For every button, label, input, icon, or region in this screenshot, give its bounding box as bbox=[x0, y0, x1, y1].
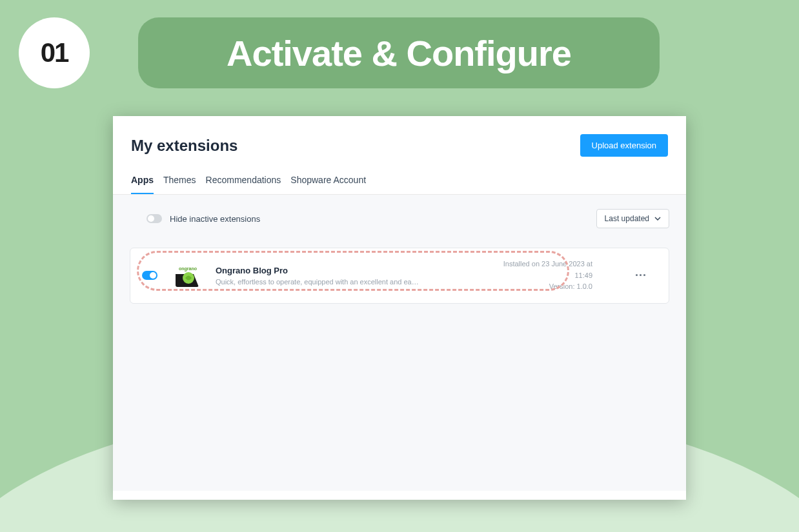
extension-menu-icon[interactable]: ··· bbox=[635, 269, 647, 282]
sort-dropdown[interactable]: Last updated bbox=[596, 209, 669, 228]
page-title: My extensions bbox=[131, 137, 238, 155]
extension-installed-date: Installed on 23 June 2023 at bbox=[476, 259, 592, 270]
hide-inactive-label: Hide inactive extensions bbox=[170, 214, 260, 224]
chevron-down-icon bbox=[654, 217, 661, 221]
hide-inactive-toggle[interactable] bbox=[147, 214, 162, 223]
extension-icon: ongrano bbox=[176, 264, 199, 287]
extension-card: ongrano Ongrano Blog Pro Quick, effortle… bbox=[130, 248, 669, 304]
tabs-bar: Apps Themes Recommendations Shopware Acc… bbox=[113, 157, 686, 195]
step-number-badge: 01 bbox=[19, 17, 90, 88]
tab-apps[interactable]: Apps bbox=[131, 175, 154, 194]
extension-activate-toggle[interactable] bbox=[142, 271, 157, 280]
upload-extension-button[interactable]: Upload extension bbox=[580, 134, 668, 157]
step-title-banner: Activate & Configure bbox=[138, 17, 660, 88]
tab-shopware-account[interactable]: Shopware Account bbox=[290, 175, 366, 194]
tab-themes[interactable]: Themes bbox=[163, 175, 196, 194]
extension-description: Quick, effortless to operate, equipped w… bbox=[216, 278, 422, 286]
hide-inactive-container: Hide inactive extensions bbox=[147, 214, 260, 224]
extension-meta: Installed on 23 June 2023 at 11:49 Versi… bbox=[476, 259, 592, 293]
svg-text:ongrano: ongrano bbox=[179, 266, 197, 271]
extension-version: Version: 1.0.0 bbox=[476, 281, 592, 293]
content-area: Hide inactive extensions Last updated on… bbox=[113, 195, 686, 491]
extension-name: Ongrano Blog Pro bbox=[216, 266, 476, 275]
sort-label: Last updated bbox=[605, 214, 649, 223]
extension-installed-time: 11:49 bbox=[476, 270, 592, 282]
tab-recommendations[interactable]: Recommendations bbox=[206, 175, 281, 194]
extensions-window: My extensions Upload extension Apps Them… bbox=[113, 116, 686, 500]
